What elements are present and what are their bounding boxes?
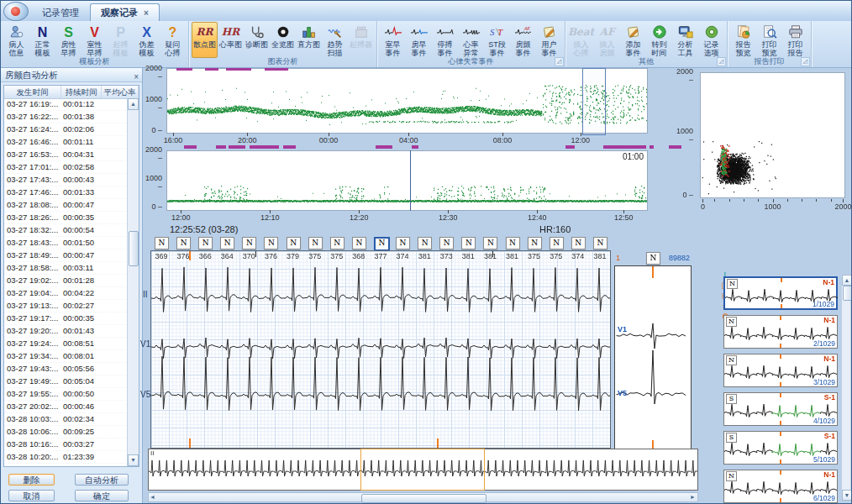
- af-episode-row[interactable]: 03-27 18:49:...00:00:47: [4, 249, 128, 262]
- paced-template-button[interactable]: P起搏 模板: [108, 22, 134, 58]
- beat-label-box[interactable]: N: [461, 237, 476, 249]
- af-episode-row[interactable]: 03-27 19:17:...00:00:35: [4, 312, 128, 325]
- horizontal-scrollbar[interactable]: ◄ ►: [148, 492, 698, 502]
- af-episode-marker[interactable]: [184, 145, 197, 149]
- time-cursor[interactable]: [410, 150, 411, 211]
- hr-chart-button[interactable]: HR心率图: [218, 22, 244, 58]
- beat-label-box[interactable]: N: [308, 237, 323, 249]
- auto-analyze-button[interactable]: 自动分析: [75, 474, 129, 486]
- ventricular-premature-template-button[interactable]: V室性 早搏: [82, 22, 108, 58]
- pause-event-button[interactable]: 停搏 事件: [432, 22, 458, 58]
- scroll-up-icon[interactable]: ▲: [842, 275, 852, 286]
- af-episode-row[interactable]: 03-27 18:26:...00:00:35: [4, 212, 128, 224]
- beat-label-box[interactable]: N: [593, 237, 607, 249]
- diagnosis-chart-button[interactable]: 诊断图: [244, 22, 270, 58]
- goto-time-button[interactable]: 转到 时间: [646, 22, 672, 58]
- af-episode-row[interactable]: 03-27 18:43:...00:01:50: [4, 237, 128, 249]
- af-episode-row[interactable]: 03-27 17:43:...00:00:43: [4, 174, 128, 186]
- af-episode-marker[interactable]: [283, 145, 296, 149]
- tab-close-icon[interactable]: ×: [144, 8, 149, 18]
- beat-label-box[interactable]: N: [220, 237, 234, 249]
- scrollbar-thumb[interactable]: [129, 231, 139, 266]
- insert-af-button[interactable]: AF插入 房颤: [594, 22, 620, 58]
- rr-trend-canvas[interactable]: [167, 69, 647, 133]
- rr-trend-zoom-canvas[interactable]: [167, 151, 647, 210]
- histogram-chart-button[interactable]: 直方图: [296, 22, 322, 58]
- questionable-beat-button[interactable]: ?疑问 心搏: [160, 22, 186, 58]
- hr-abnormal-event-button[interactable]: 心率 异常: [458, 22, 484, 58]
- template-thumbnail[interactable]: NN-11/1029: [723, 276, 838, 310]
- af-episode-row[interactable]: 03-27 19:49:...00:05:04: [4, 375, 128, 388]
- tab-inactive[interactable]: 记录管理: [31, 3, 90, 21]
- analysis-tools-button[interactable]: 分析 工具: [672, 22, 698, 58]
- af-episode-marker[interactable]: [565, 145, 575, 149]
- scrollbar-thumb[interactable]: [843, 286, 852, 301]
- template-thumbnail[interactable]: SS-14/1029: [723, 392, 838, 426]
- beat-label-box[interactable]: N: [242, 237, 256, 249]
- template-thumbnail[interactable]: NN-12/1029: [723, 315, 838, 349]
- beat-label-box[interactable]: N: [330, 237, 344, 249]
- af-episode-row[interactable]: 03-27 20:02:...00:00:46: [4, 401, 128, 413]
- patient-info-button[interactable]: 病人 信息: [3, 22, 29, 58]
- beat-label-box[interactable]: N: [287, 237, 301, 249]
- af-event-button[interactable]: AF房颤 事件: [510, 22, 536, 58]
- beat-label-box[interactable]: N: [550, 237, 564, 249]
- detail-beat-label[interactable]: N: [646, 252, 660, 265]
- af-episode-marker[interactable]: [229, 145, 245, 149]
- scroll-left-icon[interactable]: ◄: [150, 494, 155, 500]
- af-episode-row[interactable]: 03-27 16:19:...00:01:12: [4, 98, 128, 111]
- trend-selection-box[interactable]: [582, 68, 606, 135]
- af-episode-row[interactable]: 03-28 10:03:...00:02:34: [4, 413, 128, 426]
- beat-label-box[interactable]: N: [264, 237, 278, 249]
- st-segment-event-button[interactable]: STST段 事件: [484, 22, 510, 58]
- beat-detail-panel[interactable]: V1 V5: [614, 265, 692, 453]
- af-episode-marker[interactable]: [412, 145, 418, 149]
- strip-selection-box[interactable]: [360, 449, 485, 491]
- tab-active[interactable]: 观察记录×: [90, 3, 160, 21]
- dialog-launcher-icon[interactable]: ◿: [555, 57, 564, 66]
- rr-trend-chart-1h[interactable]: 01:00: [166, 150, 648, 211]
- beat-label-box[interactable]: N: [571, 237, 586, 249]
- atrial-premature-template-button[interactable]: S房性 早搏: [55, 22, 82, 58]
- scroll-down-icon[interactable]: ▼: [128, 454, 139, 466]
- cancel-button[interactable]: 取消: [8, 490, 55, 501]
- af-episode-row[interactable]: 03-27 19:20:...00:01:43: [4, 325, 128, 338]
- af-episode-row[interactable]: 03-28 11:44:...00:02:23: [4, 464, 128, 467]
- af-episode-row[interactable]: 03-27 16:22:...00:01:38: [4, 111, 128, 123]
- rr-scatter-chart-button[interactable]: RR散点图: [192, 22, 218, 58]
- beat-label-box[interactable]: N: [483, 237, 497, 249]
- af-episode-row[interactable]: 03-27 19:43:...00:05:56: [4, 363, 128, 375]
- trend-scan-button[interactable]: 趋势 扫描: [322, 22, 348, 58]
- af-episode-row[interactable]: 03-27 16:53:...00:04:31: [4, 149, 128, 161]
- column-header[interactable]: 持续时间: [61, 86, 102, 98]
- normal-template-button[interactable]: N正常 模板: [29, 22, 55, 58]
- af-episode-row[interactable]: 03-27 17:46:...00:01:33: [4, 186, 128, 199]
- app-menu-orb[interactable]: [3, 2, 29, 21]
- scroll-up-icon[interactable]: ▲: [128, 98, 139, 110]
- af-episode-row[interactable]: 03-28 10:06:...00:09:25: [4, 426, 128, 438]
- scroll-right-icon[interactable]: ►: [690, 494, 696, 500]
- record-options-button[interactable]: 记录 选项: [698, 22, 724, 58]
- af-episode-row[interactable]: 03-27 18:58:...00:03:11: [4, 262, 128, 275]
- af-episode-row[interactable]: 03-27 19:04:...00:04:22: [4, 287, 128, 300]
- af-episode-row[interactable]: 03-28 10:16:...00:03:27: [4, 438, 128, 451]
- apc-event-button[interactable]: 房早 事件: [406, 22, 432, 58]
- pvc-event-button[interactable]: 室早 事件: [380, 22, 406, 58]
- af-episode-row[interactable]: 03-27 18:32:...00:00:54: [4, 224, 128, 237]
- pacemaker-button[interactable]: 起搏器: [348, 22, 374, 58]
- rr-trend-chart-24h[interactable]: [166, 68, 648, 134]
- af-episode-row[interactable]: 03-27 19:13:...00:02:27: [4, 300, 128, 312]
- add-event-button[interactable]: 添加 事件: [620, 22, 646, 58]
- scroll-down-icon[interactable]: ▼: [842, 490, 852, 501]
- beat-label-box[interactable]: N: [176, 237, 191, 249]
- beat-label-box[interactable]: N: [528, 237, 542, 249]
- user-event-button[interactable]: 用户 事件: [536, 22, 562, 58]
- artifact-template-button[interactable]: X伪差 模板: [134, 22, 160, 58]
- table-scrollbar[interactable]: ▲ ▼: [127, 98, 139, 466]
- af-episode-row[interactable]: 03-27 19:34:...00:08:01: [4, 350, 128, 363]
- template-thumbnail[interactable]: SS-15/1029: [723, 431, 838, 465]
- delete-button[interactable]: 删除: [8, 474, 55, 486]
- af-episode-marker[interactable]: [603, 145, 646, 149]
- af-episode-marker[interactable]: [216, 145, 226, 149]
- af-episode-row[interactable]: 03-27 16:46:...00:01:11: [4, 136, 128, 149]
